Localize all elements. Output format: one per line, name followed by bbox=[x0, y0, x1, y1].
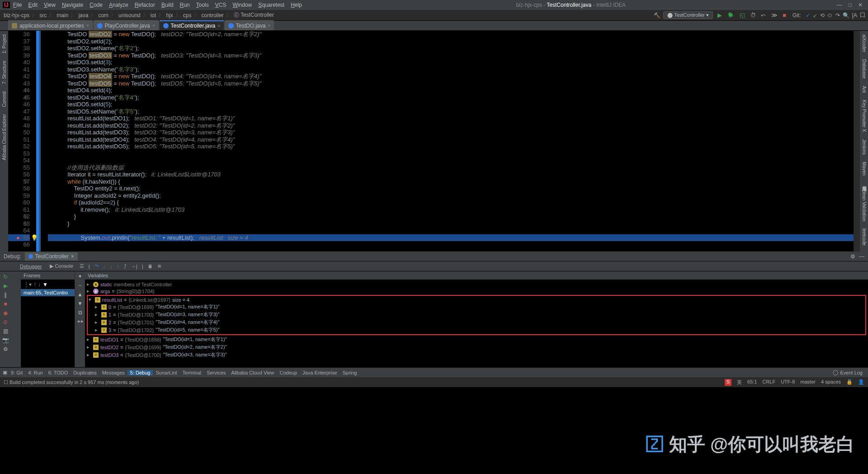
tool-window-button[interactable]: Messages bbox=[99, 370, 127, 375]
breadcrumb[interactable]: main bbox=[56, 12, 69, 19]
gear-icon[interactable]: ⚙ bbox=[850, 253, 855, 260]
breadcrumb[interactable]: iot bbox=[150, 12, 157, 19]
settings-icon[interactable]: ⚙ bbox=[2, 346, 9, 353]
view-breakpoints-icon[interactable]: ◉ bbox=[2, 309, 9, 317]
maximize-icon[interactable]: □ bbox=[849, 2, 852, 8]
var-local[interactable]: ▸≡testDO2 = {TestDO@1699} "TestDO(id=2, … bbox=[87, 343, 866, 351]
evaluate-icon[interactable]: 🖩 bbox=[148, 264, 153, 269]
tool-window-button[interactable]: Jenkins bbox=[862, 136, 867, 158]
menu-squaretest[interactable]: Squaretest bbox=[255, 2, 288, 8]
run-to-cursor-icon[interactable]: →| bbox=[131, 264, 137, 269]
duplicate-icon[interactable]: ⧉ bbox=[78, 309, 82, 316]
git-revert-icon[interactable]: ↷ bbox=[835, 12, 840, 19]
stop-icon[interactable]: ■ bbox=[781, 12, 788, 19]
force-step-into-icon[interactable]: ↓ bbox=[110, 264, 113, 269]
var-local[interactable]: ▸≡testDO3 = {TestDO@1700} "TestDO(id=3, … bbox=[87, 351, 866, 359]
up-icon[interactable]: ▲ bbox=[77, 291, 83, 298]
git-push-icon[interactable]: ⟲ bbox=[820, 12, 825, 19]
var-item[interactable]: ▸≡1 = {TestDO@1700} "TestDO(id=3, name=名… bbox=[89, 311, 864, 318]
breadcrumb[interactable]: controller bbox=[201, 12, 225, 19]
menu-refactor[interactable]: Refactor bbox=[132, 2, 158, 8]
run-icon[interactable]: ▶ bbox=[716, 12, 724, 19]
git-commit-icon[interactable]: ↙ bbox=[813, 12, 817, 19]
menu-navigate[interactable]: Navigate bbox=[59, 2, 86, 8]
attach-icon[interactable]: ⤺ bbox=[759, 12, 768, 19]
tool-window-button[interactable]: 6: TODO bbox=[46, 370, 71, 375]
tool-window-button[interactable]: Alibaba Cloud Explorer bbox=[2, 110, 7, 164]
tool-window-button[interactable]: Maven bbox=[862, 158, 867, 179]
status-item[interactable]: 65:1 bbox=[747, 379, 757, 386]
get-thread-dump-icon[interactable]: ▥ bbox=[2, 327, 9, 335]
inspection-icon[interactable]: 👤 bbox=[858, 379, 864, 386]
editor-tab[interactable]: TestDO.java× bbox=[225, 20, 274, 30]
debug-action-bar[interactable]: ↻ ▶ ‖ ■ ◉ ⊘ ▥ 📷 ⚙ bbox=[0, 271, 11, 367]
tool-window-button[interactable]: 5: Debug bbox=[127, 370, 153, 375]
close-icon[interactable]: × bbox=[152, 23, 155, 28]
tool-window-button[interactable]: Bean Validation bbox=[862, 186, 867, 225]
menu-analyze[interactable]: Analyze bbox=[106, 2, 132, 8]
menu-file[interactable]: File bbox=[10, 2, 25, 8]
run-anything-icon[interactable]: ≫ bbox=[769, 12, 779, 19]
lock-icon[interactable]: 🔒 bbox=[846, 379, 853, 386]
var-local[interactable]: ▸≡testDO1 = {TestDO@1698} "TestDO(id=1, … bbox=[87, 336, 866, 343]
tool-window-button[interactable]: Key Promoter X bbox=[862, 96, 867, 136]
close-icon[interactable]: × bbox=[217, 24, 220, 28]
breadcrumb[interactable]: ⓒ TestController bbox=[233, 11, 275, 19]
tool-window-button[interactable]: 4: Run bbox=[25, 370, 45, 375]
breadcrumb[interactable]: java bbox=[77, 12, 89, 19]
var-static[interactable]: ▸sstatic members of TestController bbox=[87, 281, 866, 288]
menu-vcs[interactable]: VCS bbox=[212, 2, 230, 8]
step-over-icon[interactable]: ↷ bbox=[94, 263, 99, 269]
var-item[interactable]: ▸≡0 = {TestDO@1698} "TestDO(id=1, name=名… bbox=[89, 303, 864, 311]
tool-window-button[interactable]: leetcode bbox=[862, 225, 867, 249]
tool-window-button[interactable]: aiXcoder bbox=[862, 31, 867, 56]
stop-icon[interactable]: ■ bbox=[2, 300, 9, 308]
tool-window-icon[interactable]: ▣ bbox=[3, 370, 7, 375]
menu-run[interactable]: Run bbox=[177, 2, 193, 8]
status-item[interactable]: 4 spaces bbox=[821, 379, 841, 386]
debug-icon[interactable]: 🪲 bbox=[725, 12, 736, 19]
resume-icon[interactable]: ▶ bbox=[2, 282, 9, 289]
breakpoint-icon[interactable]: ● bbox=[16, 234, 20, 242]
editor-tab[interactable]: TestController.java× bbox=[160, 20, 224, 30]
pause-icon[interactable]: ‖ bbox=[2, 291, 9, 299]
status-item[interactable]: 英 bbox=[737, 379, 742, 386]
breadcrumb[interactable]: unisound bbox=[118, 12, 142, 19]
menu-window[interactable]: Window bbox=[229, 2, 255, 8]
window-controls[interactable]: — □ ✕ bbox=[837, 2, 865, 8]
status-item[interactable]: master bbox=[800, 379, 816, 386]
status-item[interactable]: UTF-8 bbox=[781, 379, 795, 386]
var-item[interactable]: ▸≡2 = {TestDO@1701} "TestDO(id=4, name=名… bbox=[89, 318, 864, 326]
tool-window-button[interactable]: Duplicates bbox=[71, 370, 99, 375]
drop-frame-icon[interactable]: ⤴ bbox=[124, 264, 127, 269]
right-toolwindow-bar[interactable]: aiXcoderDatabaseAntKey Promoter XJenkins… bbox=[860, 31, 868, 251]
menu-code[interactable]: Code bbox=[86, 2, 106, 8]
event-log-button[interactable]: ◯ Event Log bbox=[830, 370, 865, 375]
editor-tab[interactable]: PlayController.java× bbox=[94, 20, 159, 30]
breadcrumb[interactable]: biz-hjx-cps bbox=[3, 12, 30, 19]
down-icon[interactable]: ▼ bbox=[77, 300, 83, 307]
code-editor[interactable]: 3637383940414243⊟44⊟45464748495051525354… bbox=[8, 31, 860, 251]
close-icon[interactable]: × bbox=[71, 253, 74, 260]
tool-window-button[interactable]: Database bbox=[862, 56, 867, 82]
minimize-icon[interactable]: — bbox=[837, 2, 842, 8]
remove-watch-icon[interactable]: − bbox=[78, 282, 81, 289]
frames-tools[interactable]: ⋮▾↑↓▼ bbox=[21, 280, 75, 289]
tool-window-button[interactable]: Terminal bbox=[180, 370, 204, 375]
toggle-a-icon[interactable]: [A bbox=[852, 12, 857, 19]
tool-window-button[interactable]: SonarLint bbox=[153, 370, 179, 375]
camera-icon[interactable]: 📷 bbox=[2, 337, 9, 344]
minimize-panel-icon[interactable]: — bbox=[859, 253, 864, 260]
close-icon[interactable]: × bbox=[268, 23, 270, 28]
gutter[interactable]: 3637383940414243⊟44⊟45464748495051525354… bbox=[8, 31, 41, 251]
tool-window-button[interactable]: 1: Project bbox=[2, 31, 7, 57]
ime-indicator[interactable]: S bbox=[725, 379, 731, 386]
menu-view[interactable]: View bbox=[41, 2, 59, 8]
step-out-icon[interactable]: ↑ bbox=[117, 264, 120, 269]
menu-build[interactable]: Build bbox=[158, 2, 177, 8]
tool-window-button[interactable]: Spring bbox=[340, 370, 360, 375]
var-item[interactable]: ▸≡3 = {TestDO@1702} "TestDO(id=5, name=名… bbox=[89, 326, 864, 334]
git-update-icon[interactable]: ✓ bbox=[806, 12, 810, 19]
close-icon[interactable]: × bbox=[86, 23, 89, 28]
tool-window-button[interactable]: Commit bbox=[2, 88, 7, 110]
